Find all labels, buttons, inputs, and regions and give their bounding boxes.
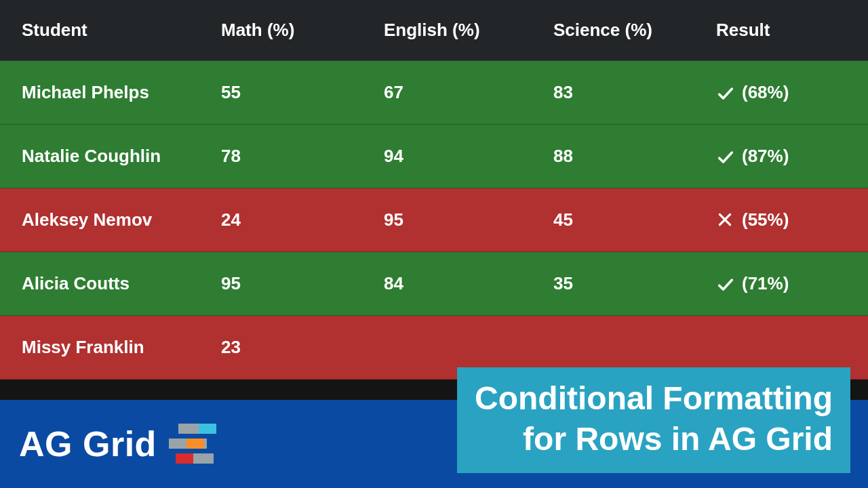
cell-result: (71%) — [705, 273, 868, 294]
result-percent: (55%) — [742, 209, 789, 230]
cell-math: 95 — [210, 273, 373, 294]
title-card: Conditional Formatting for Rows in AG Gr… — [457, 367, 850, 473]
cell-english: 94 — [373, 146, 542, 167]
cell-math: 55 — [210, 82, 373, 103]
check-icon — [716, 274, 735, 293]
brand-text: AG Grid — [19, 424, 157, 464]
cell-english: 84 — [373, 273, 542, 294]
cell-math: 23 — [210, 337, 373, 358]
cell-science: 88 — [542, 146, 705, 167]
table-row[interactable]: Aleksey Nemov249545(55%) — [0, 188, 868, 252]
cell-science: 35 — [542, 273, 705, 294]
result-percent: (87%) — [742, 146, 789, 167]
cell-result: (87%) — [705, 146, 868, 167]
table-row[interactable]: Alicia Coutts958435(71%) — [0, 252, 868, 316]
cell-student: Alicia Coutts — [0, 273, 210, 294]
result-percent: (71%) — [742, 273, 789, 294]
result-percent: (68%) — [742, 82, 789, 103]
column-header-english[interactable]: English (%) — [373, 20, 542, 41]
cell-student: Missy Franklin — [0, 337, 210, 358]
brand-logo: AG Grid — [19, 424, 216, 464]
cell-science: 45 — [542, 209, 705, 230]
check-icon — [716, 147, 735, 166]
cross-icon — [716, 211, 735, 230]
column-header-result[interactable]: Result — [705, 20, 868, 41]
column-header-math[interactable]: Math (%) — [210, 20, 373, 41]
cell-student: Aleksey Nemov — [0, 209, 210, 230]
cell-science: 83 — [542, 82, 705, 103]
cell-result: (68%) — [705, 82, 868, 103]
ag-grid-logo-icon — [169, 424, 216, 464]
cell-english: 95 — [373, 209, 542, 230]
column-header-row: Student Math (%) English (%) Science (%)… — [0, 0, 868, 61]
title-line-1: Conditional Formatting — [475, 378, 833, 419]
cell-math: 24 — [210, 209, 373, 230]
cell-english: 67 — [373, 82, 542, 103]
cell-student: Natalie Coughlin — [0, 146, 210, 167]
data-grid[interactable]: Student Math (%) English (%) Science (%)… — [0, 0, 868, 380]
table-row[interactable]: Michael Phelps556783(68%) — [0, 61, 868, 125]
cell-math: 78 — [210, 146, 373, 167]
title-line-2: for Rows in AG Grid — [475, 419, 833, 460]
check-icon — [716, 83, 735, 102]
column-header-science[interactable]: Science (%) — [542, 20, 705, 41]
cell-result: (55%) — [705, 209, 868, 230]
table-row[interactable]: Natalie Coughlin789488(87%) — [0, 125, 868, 188]
cell-student: Michael Phelps — [0, 82, 210, 103]
column-header-student[interactable]: Student — [0, 20, 210, 41]
